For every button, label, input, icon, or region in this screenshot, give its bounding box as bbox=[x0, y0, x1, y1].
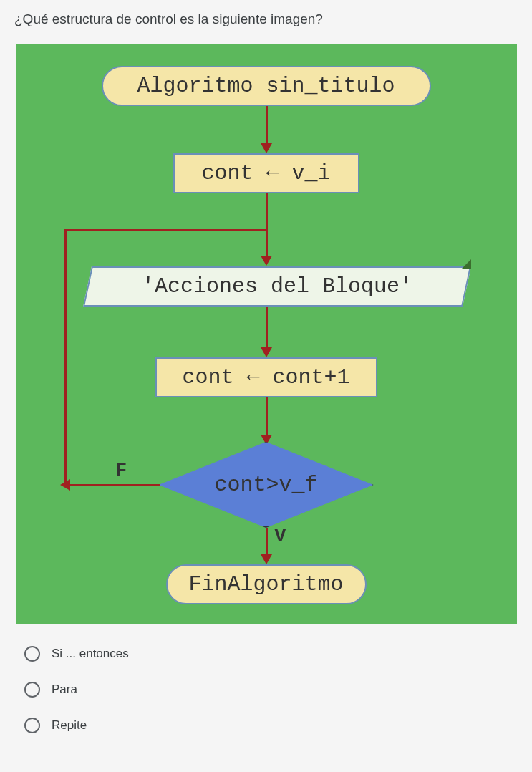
true-branch-label: V bbox=[275, 526, 286, 547]
option-repite[interactable]: Repite bbox=[24, 718, 518, 733]
flowchart-init-text: cont ← v_i bbox=[201, 161, 330, 185]
flowchart-body-node: 'Acciones del Bloque' bbox=[83, 266, 471, 307]
arrow-line bbox=[266, 307, 268, 349]
answer-options: Si ... entonces Para Repite bbox=[0, 639, 532, 768]
arrow-line bbox=[266, 397, 268, 437]
flowchart-image: Algoritmo sin_titulo cont ← v_i 'Accione… bbox=[16, 44, 517, 624]
arrow-head-down bbox=[261, 347, 272, 357]
radio-icon bbox=[24, 646, 40, 662]
arrow-head-down bbox=[261, 554, 272, 564]
flowchart-body-text: 'Acciones del Bloque' bbox=[141, 274, 412, 299]
flowchart-end-text: FinAlgoritmo bbox=[188, 572, 343, 597]
radio-icon bbox=[24, 718, 40, 733]
arrow-line bbox=[266, 193, 268, 258]
option-label: Si ... entonces bbox=[52, 647, 129, 661]
arrow-line bbox=[64, 229, 67, 486]
question-container: ¿Qué estructura de control es la siguien… bbox=[0, 0, 532, 624]
option-para[interactable]: Para bbox=[24, 682, 518, 698]
option-si-entonces[interactable]: Si ... entonces bbox=[24, 646, 518, 662]
option-label: Para bbox=[52, 682, 77, 697]
flowchart-increment-text: cont ← cont+1 bbox=[182, 365, 349, 390]
arrow-head-down bbox=[261, 256, 272, 266]
flowchart-decision-text: cont>v_f bbox=[214, 473, 317, 497]
flowchart-increment-node: cont ← cont+1 bbox=[155, 357, 377, 397]
arrow-line bbox=[66, 484, 160, 486]
arrow-line bbox=[266, 106, 268, 145]
flowchart-start-text: Algoritmo sin_titulo bbox=[137, 74, 395, 98]
io-arrow-icon bbox=[461, 259, 471, 269]
option-label: Repite bbox=[52, 718, 87, 733]
arrow-line bbox=[266, 528, 268, 556]
arrow-line bbox=[66, 229, 268, 231]
question-text: ¿Qué estructura de control es la siguien… bbox=[14, 11, 518, 27]
flowchart-decision-node: cont>v_f bbox=[159, 442, 374, 528]
flowchart-end-node: FinAlgoritmo bbox=[166, 564, 367, 604]
false-branch-label: F bbox=[116, 460, 127, 481]
flowchart-init-node: cont ← v_i bbox=[173, 153, 359, 193]
flowchart-start-node: Algoritmo sin_titulo bbox=[102, 66, 431, 106]
radio-icon bbox=[24, 682, 40, 698]
arrow-head-down bbox=[261, 143, 272, 153]
